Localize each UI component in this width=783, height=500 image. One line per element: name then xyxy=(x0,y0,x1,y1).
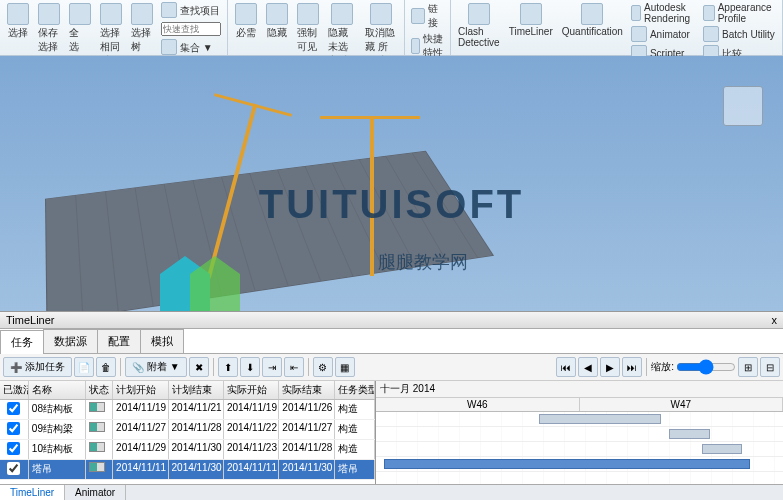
gantt-next-button[interactable]: ▶ xyxy=(600,357,620,377)
table-row[interactable]: 08结构板2014/11/192014/11/212014/11/192014/… xyxy=(0,400,375,420)
detach-button[interactable]: ✖ xyxy=(189,357,209,377)
cell-name: 08结构板 xyxy=(29,400,86,419)
bottom-tab-animator[interactable]: Animator xyxy=(65,485,126,500)
gantt-week-label: W47 xyxy=(580,398,784,411)
batch-button[interactable]: Batch Utility xyxy=(700,25,779,44)
clash-button[interactable]: Clash Detective xyxy=(454,1,504,50)
save-select-button[interactable]: 保存 选择 xyxy=(34,1,64,56)
col-aend[interactable]: 实际结束 xyxy=(279,381,334,399)
gantt-prev-button[interactable]: ◀ xyxy=(578,357,598,377)
select-tree-button[interactable]: 选择 树 xyxy=(127,1,157,56)
gantt-bar[interactable] xyxy=(702,444,743,454)
close-icon[interactable]: x xyxy=(772,314,778,326)
outdent-button[interactable]: ⇤ xyxy=(284,357,304,377)
table-row[interactable]: 10结构板2014/11/292014/11/302014/11/232014/… xyxy=(0,440,375,460)
select-all-icon xyxy=(69,3,91,25)
viewcube[interactable] xyxy=(723,86,763,126)
cell-astart: 2014/11/22 xyxy=(224,420,279,439)
appearance-button[interactable]: Appearance Profile xyxy=(700,1,779,25)
table-row[interactable]: 塔吊2014/11/112014/11/302014/11/112014/11/… xyxy=(0,460,375,480)
bottom-tabs: TimeLiner Animator xyxy=(0,484,783,500)
gantt-last-button[interactable]: ⏭ xyxy=(622,357,642,377)
cell-type: 构造 xyxy=(335,440,375,459)
cell-name: 09结构梁 xyxy=(29,420,86,439)
active-checkbox[interactable] xyxy=(7,402,20,415)
col-active[interactable]: 已激活 xyxy=(0,381,29,399)
panel-titlebar[interactable]: TimeLiner x xyxy=(0,312,783,329)
filter-button[interactable]: ⚙ xyxy=(313,357,333,377)
attach-dropdown[interactable]: 📎附着 ▼ xyxy=(125,357,187,377)
clock-icon xyxy=(520,3,542,25)
timeliner-button[interactable]: TimeLiner xyxy=(505,1,557,39)
force-vis-button[interactable]: 强制可见 xyxy=(293,1,323,56)
gantt-chart[interactable]: 十一月 2014 W46 W47 xyxy=(376,381,783,484)
gantt-first-button[interactable]: ⏮ xyxy=(556,357,576,377)
panel-body: 已激活 名称 状态 计划开始 计划结束 实际开始 实际结束 任务类型 08结构板… xyxy=(0,381,783,484)
status-icon xyxy=(89,442,105,452)
col-astart[interactable]: 实际开始 xyxy=(224,381,279,399)
3d-viewport[interactable]: TUITUISOFT 腿腿教学网 xyxy=(0,56,783,311)
col-status[interactable]: 状态 xyxy=(86,381,113,399)
quick-find-input[interactable] xyxy=(158,21,224,37)
cell-pstart: 2014/11/27 xyxy=(113,420,168,439)
tree-icon xyxy=(131,3,153,25)
columns-button[interactable]: ▦ xyxy=(335,357,355,377)
col-name[interactable]: 名称 xyxy=(29,381,86,399)
unhide-icon xyxy=(370,3,392,25)
move-up-button[interactable]: ⬆ xyxy=(218,357,238,377)
add-task-button[interactable]: ➕添加任务 xyxy=(3,357,72,377)
gantt-header: 十一月 2014 W46 W47 xyxy=(376,381,783,412)
quant-button[interactable]: Quantification xyxy=(558,1,627,39)
sets-dropdown[interactable]: 集合 ▼ xyxy=(158,38,224,57)
zoom-label: 缩放: xyxy=(651,360,674,374)
expand-button[interactable]: ⊞ xyxy=(738,357,758,377)
table-row[interactable]: 09结构梁2014/11/272014/11/282014/11/222014/… xyxy=(0,420,375,440)
move-down-button[interactable]: ⬇ xyxy=(240,357,260,377)
cell-status xyxy=(86,440,113,459)
cell-pend: 2014/11/21 xyxy=(169,400,224,419)
tab-simulate[interactable]: 模拟 xyxy=(140,329,184,353)
tab-datasource[interactable]: 数据源 xyxy=(43,329,98,353)
select-all-button[interactable]: 全 选 xyxy=(65,1,95,56)
links-button[interactable]: 链接 xyxy=(408,1,447,31)
tab-config[interactable]: 配置 xyxy=(97,329,141,353)
table-icon xyxy=(581,3,603,25)
status-icon xyxy=(89,402,105,412)
props-icon xyxy=(411,38,420,54)
indent-button[interactable]: ⇥ xyxy=(262,357,282,377)
gantt-bar[interactable] xyxy=(669,429,710,439)
col-pend[interactable]: 计划结束 xyxy=(169,381,224,399)
render-button[interactable]: Autodesk Rendering xyxy=(628,1,699,25)
active-checkbox[interactable] xyxy=(7,422,20,435)
cell-aend: 2014/11/26 xyxy=(279,400,334,419)
animator-button[interactable]: Animator xyxy=(628,25,699,44)
hide-button[interactable]: 隐藏 xyxy=(262,1,292,42)
require-button[interactable]: 必需 xyxy=(231,1,261,42)
delete-button[interactable]: 🗑 xyxy=(96,357,116,377)
cell-type: 构造 xyxy=(335,400,375,419)
tab-tasks[interactable]: 任务 xyxy=(0,330,44,354)
gantt-body[interactable] xyxy=(376,412,783,484)
gantt-bar[interactable] xyxy=(384,459,750,469)
task-grid: 已激活 名称 状态 计划开始 计划结束 实际开始 实际结束 任务类型 08结构板… xyxy=(0,381,376,484)
col-pstart[interactable]: 计划开始 xyxy=(113,381,168,399)
batch-icon xyxy=(703,26,719,42)
cell-astart: 2014/11/11 xyxy=(224,460,279,479)
zoom-slider[interactable] xyxy=(676,359,736,375)
collapse-button[interactable]: ⊟ xyxy=(760,357,780,377)
cell-pend: 2014/11/28 xyxy=(169,420,224,439)
insert-button[interactable]: 📄 xyxy=(74,357,94,377)
col-type[interactable]: 任务类型 xyxy=(335,381,375,399)
gantt-bar[interactable] xyxy=(539,414,661,424)
cell-status xyxy=(86,420,113,439)
cell-aend: 2014/11/27 xyxy=(279,420,334,439)
grid-header: 已激活 名称 状态 计划开始 计划结束 实际开始 实际结束 任务类型 xyxy=(0,381,375,400)
active-checkbox[interactable] xyxy=(7,442,20,455)
bottom-tab-timeliner[interactable]: TimeLiner xyxy=(0,485,65,500)
animator-icon xyxy=(631,26,647,42)
active-checkbox[interactable] xyxy=(7,462,20,475)
select-button[interactable]: 选择 xyxy=(3,1,33,42)
building-model[interactable] xyxy=(45,151,494,311)
find-items-button[interactable]: 查找项目 xyxy=(158,1,224,20)
cell-pstart: 2014/11/29 xyxy=(113,440,168,459)
